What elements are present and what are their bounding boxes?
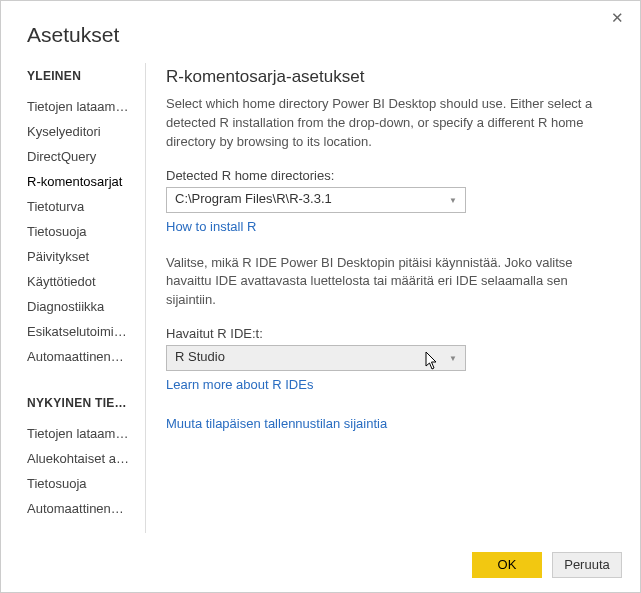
- sidebar-item[interactable]: Tietojen lataam…: [27, 422, 137, 445]
- close-button[interactable]: ✕: [605, 7, 630, 29]
- sidebar-item[interactable]: Diagnostiikka: [27, 295, 137, 318]
- sidebar-section-general: YLEINEN: [27, 69, 137, 83]
- main-heading: R-komentosarja-asetukset: [166, 67, 612, 87]
- sidebar-item[interactable]: DirectQuery: [27, 145, 137, 168]
- sidebar-item[interactable]: Tietosuoja: [27, 472, 137, 495]
- dialog-title: Asetukset: [1, 1, 640, 63]
- select-r-ide[interactable]: R Studio ▼: [166, 345, 466, 371]
- sidebar-item[interactable]: Tietojen lataam…: [27, 95, 137, 118]
- sidebar-section-current: NYKYINEN TIE…: [27, 396, 137, 410]
- label-detected-home: Detected R home directories:: [166, 168, 612, 183]
- chevron-down-icon: ▼: [449, 354, 457, 363]
- dialog-footer: OK Peruuta: [472, 552, 622, 578]
- select-r-home[interactable]: C:\Program Files\R\R-3.3.1 ▼: [166, 187, 466, 213]
- sidebar-item[interactable]: Aluekohtaiset a…: [27, 447, 137, 470]
- select-r-ide-value: R Studio: [175, 349, 225, 364]
- label-detected-ide: Havaitut R IDE:t:: [166, 326, 612, 341]
- sidebar-item[interactable]: Automaattinen…: [27, 345, 137, 368]
- sidebar-item[interactable]: R-komentosarjat: [27, 170, 137, 193]
- sidebar-item[interactable]: Päivitykset: [27, 245, 137, 268]
- cursor-icon: [425, 352, 439, 370]
- description-r-home: Select which home directory Power BI Des…: [166, 95, 612, 152]
- sidebar-item[interactable]: Tietosuoja: [27, 220, 137, 243]
- cancel-button[interactable]: Peruuta: [552, 552, 622, 578]
- sidebar-item[interactable]: Kyselyeditori: [27, 120, 137, 143]
- link-how-to-install-r[interactable]: How to install R: [166, 219, 256, 234]
- main-panel: R-komentosarja-asetukset Select which ho…: [146, 63, 640, 533]
- link-temp-storage[interactable]: Muuta tilapäisen tallennustilan sijainti…: [166, 416, 387, 431]
- sidebar-item[interactable]: Käyttötiedot: [27, 270, 137, 293]
- content-area: YLEINEN Tietojen lataam…KyselyeditoriDir…: [1, 63, 640, 533]
- chevron-down-icon: ▼: [449, 195, 457, 204]
- sidebar-item[interactable]: Tietoturva: [27, 195, 137, 218]
- sidebar: YLEINEN Tietojen lataam…KyselyeditoriDir…: [1, 63, 146, 533]
- description-r-ide: Valitse, mikä R IDE Power BI Desktopin p…: [166, 254, 612, 311]
- ok-button[interactable]: OK: [472, 552, 542, 578]
- sidebar-item[interactable]: Automaattinen…: [27, 497, 137, 520]
- link-learn-more-ides[interactable]: Learn more about R IDEs: [166, 377, 313, 392]
- select-r-home-value: C:\Program Files\R\R-3.3.1: [175, 191, 332, 206]
- sidebar-item[interactable]: Esikatselutoimi…: [27, 320, 137, 343]
